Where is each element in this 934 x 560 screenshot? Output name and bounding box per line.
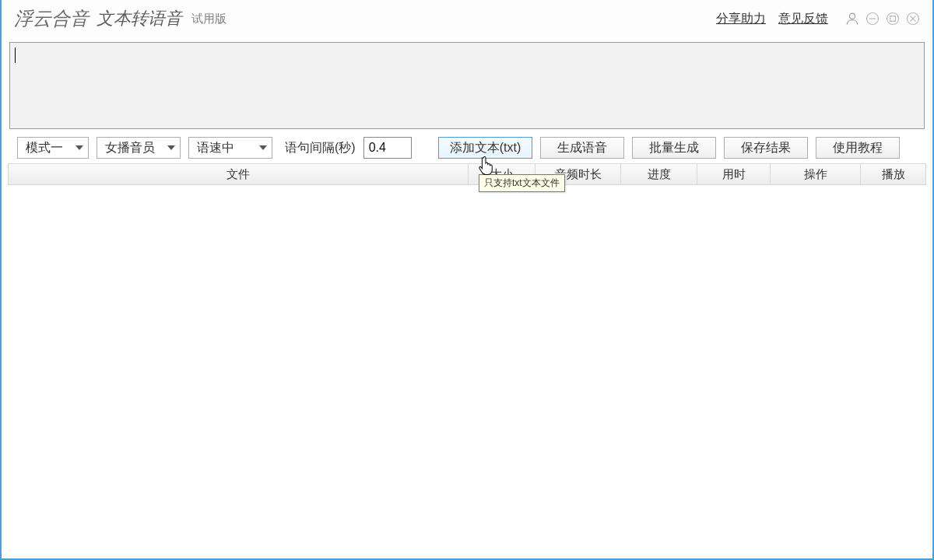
interval-label: 语句间隔(秒) xyxy=(285,140,356,156)
mode-dropdown[interactable]: 模式一 xyxy=(17,137,89,159)
tutorial-button[interactable]: 使用教程 xyxy=(816,137,900,159)
interval-input[interactable] xyxy=(363,137,412,159)
svg-point-3 xyxy=(887,13,899,25)
chevron-down-icon xyxy=(75,145,83,150)
save-button[interactable]: 保存结果 xyxy=(724,137,808,159)
text-caret xyxy=(15,47,16,63)
maximize-icon[interactable] xyxy=(884,10,901,27)
text-input-wrap xyxy=(2,37,932,132)
col-operation[interactable]: 操作 xyxy=(771,163,861,185)
speed-label: 语速中 xyxy=(197,140,234,156)
chevron-down-icon xyxy=(259,145,267,150)
speed-dropdown[interactable]: 语速中 xyxy=(188,137,272,159)
close-icon[interactable] xyxy=(904,10,922,27)
feedback-link[interactable]: 意见反馈 xyxy=(778,11,828,27)
col-progress[interactable]: 进度 xyxy=(621,163,697,185)
voice-dropdown[interactable]: 女播音员 xyxy=(97,137,181,159)
mode-label: 模式一 xyxy=(26,140,63,156)
user-icon[interactable] xyxy=(844,10,861,27)
svg-rect-4 xyxy=(890,16,896,22)
col-play[interactable]: 播放 xyxy=(861,163,926,185)
col-file[interactable]: 文件 xyxy=(8,163,469,185)
col-time[interactable]: 用时 xyxy=(697,163,771,185)
app-edition: 试用版 xyxy=(191,12,226,26)
text-input-area[interactable] xyxy=(9,42,925,129)
controls-row: 模式一 女播音员 语速中 语句间隔(秒) 添加文本(txt) 生成语音 批量生成… xyxy=(2,132,932,163)
chevron-down-icon xyxy=(167,145,175,150)
batch-button[interactable]: 批量生成 xyxy=(632,137,716,159)
title-bar: 浮云合音 文本转语音 试用版 分享助力 意见反馈 xyxy=(2,0,932,37)
app-subtitle: 文本转语音 xyxy=(97,7,182,30)
table-header: 文件 大小 音频时长 进度 用时 操作 播放 xyxy=(8,163,926,185)
share-link[interactable]: 分享助力 xyxy=(716,11,766,27)
svg-point-0 xyxy=(850,13,855,19)
generate-button[interactable]: 生成语音 xyxy=(540,137,624,159)
tooltip: 只支持txt文本文件 xyxy=(479,174,565,192)
add-text-button[interactable]: 添加文本(txt) xyxy=(438,137,533,159)
minimize-icon[interactable] xyxy=(864,10,881,27)
app-logo: 浮云合音 xyxy=(14,6,89,31)
voice-label: 女播音员 xyxy=(105,140,155,156)
